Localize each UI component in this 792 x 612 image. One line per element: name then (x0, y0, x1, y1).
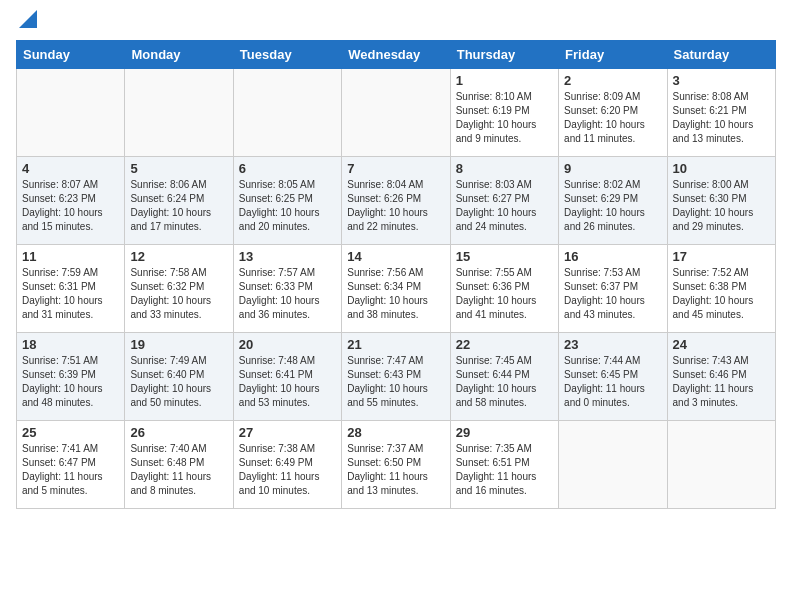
calendar-cell: 5Sunrise: 8:06 AM Sunset: 6:24 PM Daylig… (125, 157, 233, 245)
calendar-cell (667, 421, 775, 509)
day-number: 24 (673, 337, 770, 352)
column-header-monday: Monday (125, 41, 233, 69)
calendar-cell: 23Sunrise: 7:44 AM Sunset: 6:45 PM Dayli… (559, 333, 667, 421)
calendar-cell: 6Sunrise: 8:05 AM Sunset: 6:25 PM Daylig… (233, 157, 341, 245)
day-number: 27 (239, 425, 336, 440)
calendar-cell: 16Sunrise: 7:53 AM Sunset: 6:37 PM Dayli… (559, 245, 667, 333)
day-number: 19 (130, 337, 227, 352)
day-number: 18 (22, 337, 119, 352)
day-number: 10 (673, 161, 770, 176)
cell-content: Sunrise: 7:59 AM Sunset: 6:31 PM Dayligh… (22, 266, 119, 322)
day-number: 4 (22, 161, 119, 176)
day-number: 29 (456, 425, 553, 440)
day-number: 21 (347, 337, 444, 352)
day-number: 2 (564, 73, 661, 88)
cell-content: Sunrise: 7:57 AM Sunset: 6:33 PM Dayligh… (239, 266, 336, 322)
day-number: 6 (239, 161, 336, 176)
column-header-saturday: Saturday (667, 41, 775, 69)
day-number: 28 (347, 425, 444, 440)
cell-content: Sunrise: 7:47 AM Sunset: 6:43 PM Dayligh… (347, 354, 444, 410)
cell-content: Sunrise: 7:48 AM Sunset: 6:41 PM Dayligh… (239, 354, 336, 410)
cell-content: Sunrise: 7:51 AM Sunset: 6:39 PM Dayligh… (22, 354, 119, 410)
calendar-cell (233, 69, 341, 157)
logo (16, 16, 37, 28)
day-number: 13 (239, 249, 336, 264)
day-number: 7 (347, 161, 444, 176)
cell-content: Sunrise: 8:08 AM Sunset: 6:21 PM Dayligh… (673, 90, 770, 146)
column-header-thursday: Thursday (450, 41, 558, 69)
calendar-cell: 29Sunrise: 7:35 AM Sunset: 6:51 PM Dayli… (450, 421, 558, 509)
cell-content: Sunrise: 7:44 AM Sunset: 6:45 PM Dayligh… (564, 354, 661, 410)
calendar-cell (125, 69, 233, 157)
calendar-cell: 28Sunrise: 7:37 AM Sunset: 6:50 PM Dayli… (342, 421, 450, 509)
cell-content: Sunrise: 7:35 AM Sunset: 6:51 PM Dayligh… (456, 442, 553, 498)
column-header-tuesday: Tuesday (233, 41, 341, 69)
cell-content: Sunrise: 8:00 AM Sunset: 6:30 PM Dayligh… (673, 178, 770, 234)
cell-content: Sunrise: 7:49 AM Sunset: 6:40 PM Dayligh… (130, 354, 227, 410)
day-number: 16 (564, 249, 661, 264)
cell-content: Sunrise: 7:43 AM Sunset: 6:46 PM Dayligh… (673, 354, 770, 410)
cell-content: Sunrise: 8:06 AM Sunset: 6:24 PM Dayligh… (130, 178, 227, 234)
calendar-cell: 12Sunrise: 7:58 AM Sunset: 6:32 PM Dayli… (125, 245, 233, 333)
week-row: 11Sunrise: 7:59 AM Sunset: 6:31 PM Dayli… (17, 245, 776, 333)
calendar-cell: 13Sunrise: 7:57 AM Sunset: 6:33 PM Dayli… (233, 245, 341, 333)
svg-marker-0 (19, 10, 37, 28)
calendar-cell: 27Sunrise: 7:38 AM Sunset: 6:49 PM Dayli… (233, 421, 341, 509)
week-row: 18Sunrise: 7:51 AM Sunset: 6:39 PM Dayli… (17, 333, 776, 421)
calendar-cell: 22Sunrise: 7:45 AM Sunset: 6:44 PM Dayli… (450, 333, 558, 421)
calendar-cell: 2Sunrise: 8:09 AM Sunset: 6:20 PM Daylig… (559, 69, 667, 157)
day-number: 1 (456, 73, 553, 88)
cell-content: Sunrise: 7:41 AM Sunset: 6:47 PM Dayligh… (22, 442, 119, 498)
day-number: 11 (22, 249, 119, 264)
calendar-cell: 9Sunrise: 8:02 AM Sunset: 6:29 PM Daylig… (559, 157, 667, 245)
logo-arrow-icon (19, 10, 37, 32)
calendar-cell (342, 69, 450, 157)
cell-content: Sunrise: 7:38 AM Sunset: 6:49 PM Dayligh… (239, 442, 336, 498)
calendar-cell: 25Sunrise: 7:41 AM Sunset: 6:47 PM Dayli… (17, 421, 125, 509)
cell-content: Sunrise: 7:45 AM Sunset: 6:44 PM Dayligh… (456, 354, 553, 410)
cell-content: Sunrise: 8:07 AM Sunset: 6:23 PM Dayligh… (22, 178, 119, 234)
day-number: 23 (564, 337, 661, 352)
column-header-wednesday: Wednesday (342, 41, 450, 69)
day-number: 8 (456, 161, 553, 176)
calendar-cell: 15Sunrise: 7:55 AM Sunset: 6:36 PM Dayli… (450, 245, 558, 333)
calendar-cell: 4Sunrise: 8:07 AM Sunset: 6:23 PM Daylig… (17, 157, 125, 245)
calendar-cell: 1Sunrise: 8:10 AM Sunset: 6:19 PM Daylig… (450, 69, 558, 157)
cell-content: Sunrise: 8:09 AM Sunset: 6:20 PM Dayligh… (564, 90, 661, 146)
calendar-cell: 26Sunrise: 7:40 AM Sunset: 6:48 PM Dayli… (125, 421, 233, 509)
cell-content: Sunrise: 7:55 AM Sunset: 6:36 PM Dayligh… (456, 266, 553, 322)
calendar-cell: 7Sunrise: 8:04 AM Sunset: 6:26 PM Daylig… (342, 157, 450, 245)
cell-content: Sunrise: 8:04 AM Sunset: 6:26 PM Dayligh… (347, 178, 444, 234)
page-header (16, 16, 776, 28)
calendar-cell: 18Sunrise: 7:51 AM Sunset: 6:39 PM Dayli… (17, 333, 125, 421)
cell-content: Sunrise: 7:53 AM Sunset: 6:37 PM Dayligh… (564, 266, 661, 322)
calendar-cell: 21Sunrise: 7:47 AM Sunset: 6:43 PM Dayli… (342, 333, 450, 421)
day-number: 20 (239, 337, 336, 352)
calendar-cell: 3Sunrise: 8:08 AM Sunset: 6:21 PM Daylig… (667, 69, 775, 157)
day-number: 5 (130, 161, 227, 176)
calendar-cell: 20Sunrise: 7:48 AM Sunset: 6:41 PM Dayli… (233, 333, 341, 421)
calendar-cell (559, 421, 667, 509)
cell-content: Sunrise: 8:10 AM Sunset: 6:19 PM Dayligh… (456, 90, 553, 146)
day-number: 9 (564, 161, 661, 176)
calendar-cell: 17Sunrise: 7:52 AM Sunset: 6:38 PM Dayli… (667, 245, 775, 333)
column-header-sunday: Sunday (17, 41, 125, 69)
day-number: 3 (673, 73, 770, 88)
calendar-cell: 10Sunrise: 8:00 AM Sunset: 6:30 PM Dayli… (667, 157, 775, 245)
calendar-cell (17, 69, 125, 157)
cell-content: Sunrise: 7:56 AM Sunset: 6:34 PM Dayligh… (347, 266, 444, 322)
week-row: 1Sunrise: 8:10 AM Sunset: 6:19 PM Daylig… (17, 69, 776, 157)
week-row: 4Sunrise: 8:07 AM Sunset: 6:23 PM Daylig… (17, 157, 776, 245)
day-number: 12 (130, 249, 227, 264)
calendar-table: SundayMondayTuesdayWednesdayThursdayFrid… (16, 40, 776, 509)
calendar-cell: 19Sunrise: 7:49 AM Sunset: 6:40 PM Dayli… (125, 333, 233, 421)
cell-content: Sunrise: 7:37 AM Sunset: 6:50 PM Dayligh… (347, 442, 444, 498)
day-number: 14 (347, 249, 444, 264)
cell-content: Sunrise: 7:58 AM Sunset: 6:32 PM Dayligh… (130, 266, 227, 322)
cell-content: Sunrise: 8:03 AM Sunset: 6:27 PM Dayligh… (456, 178, 553, 234)
cell-content: Sunrise: 7:52 AM Sunset: 6:38 PM Dayligh… (673, 266, 770, 322)
calendar-cell: 14Sunrise: 7:56 AM Sunset: 6:34 PM Dayli… (342, 245, 450, 333)
cell-content: Sunrise: 8:02 AM Sunset: 6:29 PM Dayligh… (564, 178, 661, 234)
calendar-cell: 11Sunrise: 7:59 AM Sunset: 6:31 PM Dayli… (17, 245, 125, 333)
day-number: 22 (456, 337, 553, 352)
